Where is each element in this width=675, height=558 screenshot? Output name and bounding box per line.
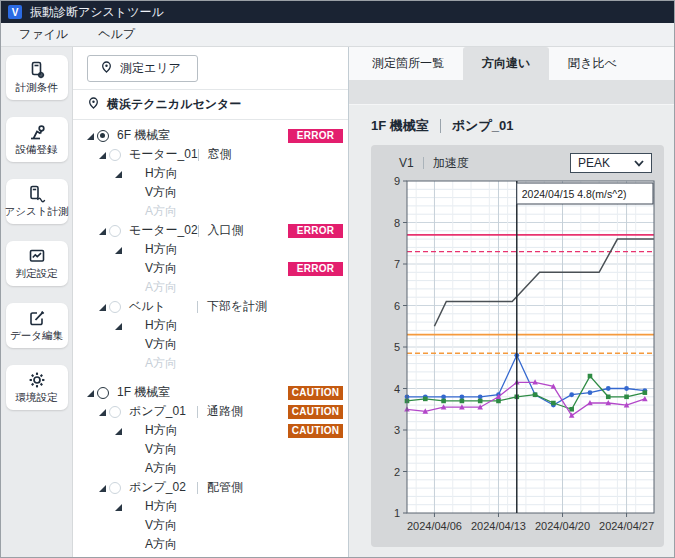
tree-row-15-H方向[interactable]: H方向CAUTION [73,421,348,440]
node-label: ポンプ_01 [129,403,197,420]
radio-selected[interactable] [97,130,109,142]
site-row[interactable]: 横浜テクニカルセンター [73,90,348,120]
y-tick-label: 4 [394,383,400,395]
menu-help[interactable]: ヘルプ [98,26,135,43]
node-label: A方向 [145,203,177,220]
y-tick-label: 7 [394,258,400,270]
expander-icon[interactable] [97,225,109,237]
y-tick-label: 8 [394,217,400,229]
expander-icon[interactable] [97,482,109,494]
expander-icon[interactable] [113,244,125,256]
node-label: A方向 [145,460,177,477]
chart-header: V1 加速度 PEAK [377,151,658,175]
tab-measurement-list[interactable]: 測定箇所一覧 [353,47,463,80]
tool-sidebar: 計測条件 設備登録 [1,47,73,557]
radio-dim[interactable] [109,406,121,418]
expander-icon[interactable] [97,149,109,161]
sidebar-item-data-edit[interactable]: データ編集 [6,303,68,348]
expander-icon[interactable] [85,130,97,142]
tab-direction-difference[interactable]: 方向違い [463,47,549,80]
trend-chart[interactable]: 2024/04/15 4.8(m/s^2)1234567892024/04/06… [377,175,660,541]
status-badge: CAUTION [288,386,343,400]
node-location-label: 窓側 [199,146,232,163]
tree-row-4-A方向[interactable]: A方向 [73,202,348,221]
chevron-down-icon [634,156,644,170]
node-label: V方向 [145,517,177,534]
tree-row-18-ポンプ_02[interactable]: ポンプ_02配管側 [73,478,348,497]
peak-mode-select[interactable]: PEAK [570,153,652,173]
tree-row-1-モーター_01[interactable]: モーター_01窓側 [73,145,348,164]
tree-row-8-A方向[interactable]: A方向 [73,278,348,297]
expander-icon[interactable] [113,425,125,437]
sidebar-item-label: 判定設定 [16,267,58,281]
tree-row-19-H方向[interactable]: H方向 [73,497,348,516]
edit-pencil-icon [28,309,46,327]
y-tick-label: 3 [394,424,400,436]
tree-row-11-V方向[interactable]: V方向 [73,335,348,354]
expander-icon[interactable] [97,301,109,313]
trend-green-marker [569,407,574,412]
tree-row-7-V方向[interactable]: V方向ERROR [73,259,348,278]
radio-dim[interactable] [109,482,121,494]
node-location-label: 配管側 [198,479,243,496]
monitor-chart-icon [28,247,46,265]
expander-icon[interactable] [113,168,125,180]
trend-blue-marker [478,394,483,399]
tree-row-3-V方向[interactable]: V方向 [73,183,348,202]
expander-icon[interactable] [113,320,125,332]
sidebar-item-assist-measure[interactable]: アシスト計測 [6,179,68,224]
tree-row-12-A方向[interactable]: A方向 [73,354,348,373]
tree-row-6-H方向[interactable]: H方向 [73,240,348,259]
radio-unselected[interactable] [97,387,109,399]
sidebar-item-label: 環境設定 [16,391,58,405]
measurement-area-button[interactable]: 測定エリア [87,55,198,82]
menu-file[interactable]: ファイル [19,26,68,43]
tree-row-5-モーター_02[interactable]: モーター_02入口側ERROR [73,221,348,240]
site-name: 横浜テクニカルセンター [107,96,241,113]
sidebar-item-equipment-register[interactable]: 設備登録 [6,117,68,162]
tree-row-14-ポンプ_01[interactable]: ポンプ_01通路側CAUTION [73,402,348,421]
area-button-label: 測定エリア [120,60,181,77]
tree-row-9-ベルト[interactable]: ベルト下部を計測 [73,297,348,316]
radio-dim[interactable] [109,301,121,313]
title-bar: V 振動診断アシストツール [1,1,674,23]
expander-icon[interactable] [113,501,125,513]
node-location-label: 下部を計測 [198,298,267,315]
tree-row-22-ベルト[interactable]: ベルト下部を計測 [73,554,348,557]
cursor-tooltip-text: 2024/04/15 4.8(m/s^2) [522,188,627,200]
tree-row-0-6F 機械室[interactable]: 6F 機械室ERROR [73,126,348,145]
measurement-tree-panel: 測定エリア 横浜テクニカルセンター 6F 機械室ERRORモーター_01窓側H方… [73,47,349,557]
node-label: 6F 機械室 [117,127,170,144]
tree-row-21-A方向[interactable]: A方向 [73,535,348,554]
node-label: ベルト [129,298,197,315]
node-label: A方向 [145,536,177,553]
radio-dim[interactable] [109,225,121,237]
trend-green-marker [496,399,501,404]
tree-row-10-H方向[interactable]: H方向 [73,316,348,335]
measurement-tree: 6F 機械室ERRORモーター_01窓側H方向V方向A方向モーター_02入口側E… [73,120,348,557]
sidebar-item-judgement-settings[interactable]: 判定設定 [6,241,68,286]
tree-row-16-V方向[interactable]: V方向 [73,440,348,459]
tree-row-13-1F 機械室[interactable]: 1F 機械室CAUTION [73,383,348,402]
expander-icon[interactable] [85,387,97,399]
robot-arm-icon [28,123,46,141]
tree-row-2-H方向[interactable]: H方向 [73,164,348,183]
detail-panel: 測定箇所一覧 方向違い 聞き比べ 1F 機械室 ポンプ_01 V1 加速度 [349,47,674,557]
tab-listen-compare[interactable]: 聞き比べ [549,47,636,80]
expander-icon[interactable] [97,406,109,418]
trend-green-marker [551,401,556,406]
sidebar-item-environment-settings[interactable]: 環境設定 [6,365,68,410]
status-badge: ERROR [288,262,343,276]
node-label: V方向 [145,260,177,277]
x-tick-label: 2024/04/06 [407,520,462,532]
node-label: V方向 [145,441,177,458]
y-tick-label: 2 [394,466,400,478]
node-label: H方向 [145,498,178,515]
sidebar-item-measure-conditions[interactable]: 計測条件 [6,55,68,100]
sidebar-item-label: 設備登録 [16,143,58,157]
trend-green-marker [460,399,465,404]
tab-bar: 測定箇所一覧 方向違い 聞き比べ [349,47,674,80]
radio-dim[interactable] [109,149,121,161]
tree-row-20-V方向[interactable]: V方向 [73,516,348,535]
tree-row-17-A方向[interactable]: A方向 [73,459,348,478]
